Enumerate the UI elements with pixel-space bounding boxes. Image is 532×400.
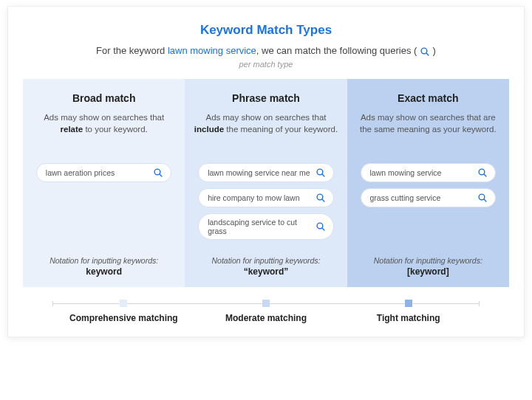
- subtitle-permitype: per match type: [23, 60, 509, 69]
- query-text: landscaping service to cut grass: [208, 218, 316, 235]
- pill-list-broad: lawn aeration prices: [32, 163, 176, 243]
- column-title-phrase: Phrase match: [194, 92, 338, 104]
- column-exact: Exact match Ads may show on searches tha…: [347, 79, 509, 287]
- scale-label-3: Tight matching: [337, 313, 480, 323]
- notation-label-phrase: Notation for inputting keywords:: [194, 256, 338, 265]
- subtitle-pre: For the keyword: [96, 45, 168, 56]
- svg-line-11: [484, 174, 486, 176]
- notation-label-broad: Notation for inputting keywords:: [32, 256, 176, 265]
- column-title-exact: Exact match: [356, 92, 500, 104]
- notation-value-exact: [keyword]: [356, 266, 500, 277]
- column-broad: Broad match Ads may show on searches tha…: [23, 79, 185, 287]
- scale-bar: [52, 303, 480, 304]
- pill-list-phrase: lawn mowing service near me hire company…: [194, 163, 338, 243]
- scale: Comprehensive matching Moderate matching…: [23, 303, 509, 323]
- svg-line-1: [426, 53, 429, 55]
- column-desc-broad: Ads may show on searches that relate to …: [32, 111, 176, 151]
- scale-label-2: Moderate matching: [195, 313, 338, 323]
- search-icon: [316, 193, 326, 203]
- svg-line-9: [322, 228, 324, 230]
- column-desc-exact: Ads may show on searches that are the sa…: [356, 111, 500, 151]
- pill-list-exact: lawn mowing service grass cutting servic…: [356, 163, 500, 243]
- column-phrase: Phrase match Ads may show on searches th…: [185, 79, 347, 287]
- query-pill: grass cutting service: [361, 188, 497, 207]
- notation-value-broad: keyword: [32, 266, 176, 277]
- scale-tick-2: [262, 300, 270, 307]
- search-icon: [316, 168, 326, 178]
- page-title: Keyword Match Types: [23, 23, 509, 38]
- query-text: lawn mowing service: [370, 168, 478, 177]
- query-text: lawn mowing service near me: [208, 168, 316, 177]
- notation-label-exact: Notation for inputting keywords:: [356, 256, 500, 265]
- subtitle: For the keyword lawn mowing service, we …: [23, 45, 509, 57]
- columns-container: Broad match Ads may show on searches tha…: [23, 79, 509, 287]
- column-desc-phrase: Ads may show on searches that include th…: [194, 111, 338, 151]
- search-icon: [477, 193, 488, 203]
- query-pill: hire company to mow lawn: [198, 188, 334, 207]
- svg-line-3: [160, 174, 163, 176]
- query-text: grass cutting service: [370, 193, 478, 202]
- column-title-broad: Broad match: [32, 92, 176, 104]
- query-pill: lawn mowing service near me: [198, 163, 334, 182]
- search-icon: [153, 168, 163, 178]
- subtitle-post: , we can match the following queries (: [256, 45, 420, 56]
- svg-line-7: [322, 199, 324, 201]
- query-pill: lawn aeration prices: [36, 163, 172, 182]
- notation-value-phrase: “keyword”: [194, 266, 338, 277]
- svg-line-13: [484, 199, 486, 201]
- query-pill: lawn mowing service: [361, 163, 497, 182]
- search-icon: [316, 221, 326, 232]
- scale-tick-3: [405, 300, 412, 307]
- search-icon: [477, 168, 488, 178]
- scale-labels: Comprehensive matching Moderate matching…: [52, 313, 480, 323]
- diagram-card: Keyword Match Types For the keyword lawn…: [7, 6, 525, 337]
- search-icon: [420, 46, 430, 57]
- query-pill: landscaping service to cut grass: [198, 213, 334, 240]
- query-text: lawn aeration prices: [46, 168, 154, 177]
- query-text: hire company to mow lawn: [208, 193, 316, 202]
- scale-tick-1: [120, 300, 127, 307]
- scale-label-1: Comprehensive matching: [52, 313, 195, 323]
- subtitle-close: ): [430, 45, 436, 56]
- svg-line-5: [322, 174, 324, 176]
- subtitle-keyword: lawn mowing service: [168, 45, 256, 56]
